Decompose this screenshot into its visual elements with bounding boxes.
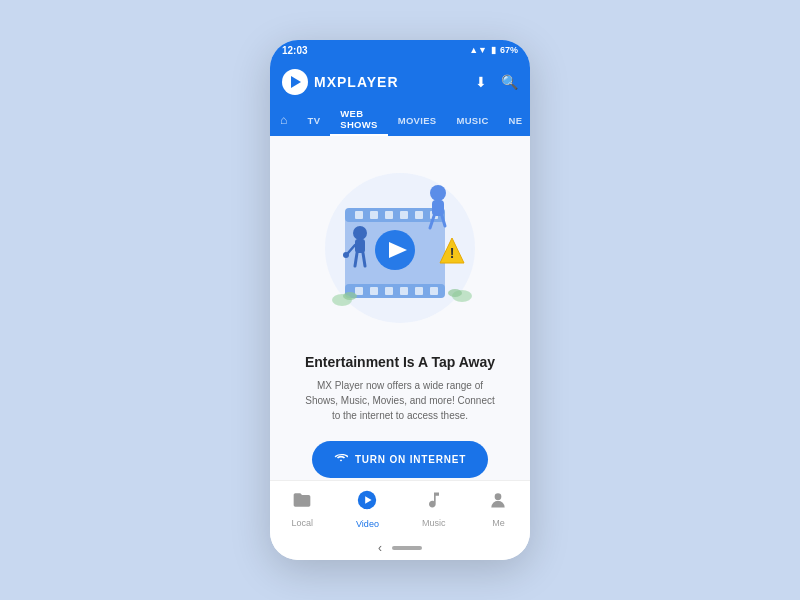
main-content: ! (270, 136, 530, 480)
main-description: MX Player now offers a wide range of Sho… (300, 378, 500, 423)
svg-point-31 (343, 292, 357, 300)
bottom-nav-music[interactable]: Music (422, 490, 446, 528)
bottom-nav: Local Video Music (270, 480, 530, 536)
tab-news[interactable]: NE (499, 104, 530, 136)
svg-text:!: ! (450, 245, 455, 261)
svg-rect-15 (430, 287, 438, 295)
wifi-button-icon (334, 451, 348, 468)
music-label: Music (422, 518, 446, 528)
turn-on-internet-button[interactable]: TURN ON INTERNET (312, 441, 488, 478)
local-label: Local (292, 518, 314, 528)
svg-point-24 (353, 226, 367, 240)
svg-rect-21 (432, 200, 444, 216)
search-button[interactable]: 🔍 (501, 74, 518, 90)
user-icon (488, 490, 508, 515)
bottom-nav-local[interactable]: Local (292, 490, 314, 528)
wifi-signal-icon: ▲▼ (469, 45, 487, 55)
svg-rect-3 (355, 211, 363, 219)
svg-line-27 (363, 253, 365, 266)
svg-rect-10 (355, 287, 363, 295)
svg-rect-25 (355, 239, 365, 253)
phone-frame: 12:03 ▲▼ ▮ 67% MXPLAYER ⬇ 🔍 ⌂ TV WEB SHO… (270, 40, 530, 560)
svg-rect-11 (370, 287, 378, 295)
tab-movies[interactable]: MOVIES (388, 104, 447, 136)
play-triangle-icon (291, 76, 301, 88)
logo-area: MXPLAYER (282, 69, 399, 95)
illustration-area: ! (300, 138, 500, 338)
app-header: MXPLAYER ⬇ 🔍 (270, 60, 530, 104)
battery-percent: 67% (500, 45, 518, 55)
svg-point-36 (495, 493, 502, 500)
music-icon (424, 490, 444, 515)
app-logo (282, 69, 308, 95)
bottom-nav-video[interactable]: Video (356, 489, 379, 529)
tab-tv[interactable]: TV (298, 104, 331, 136)
tab-home[interactable]: ⌂ (270, 104, 298, 136)
header-icons: ⬇ 🔍 (475, 74, 518, 90)
svg-rect-12 (385, 287, 393, 295)
system-bar: ‹ (270, 536, 530, 560)
svg-point-20 (430, 185, 446, 201)
home-pill[interactable] (392, 546, 422, 550)
svg-line-26 (355, 253, 357, 266)
tab-web-shows[interactable]: WEB SHOWS (330, 104, 387, 136)
bottom-nav-me[interactable]: Me (488, 490, 508, 528)
status-icons: ▲▼ ▮ 67% (469, 45, 518, 55)
svg-rect-5 (385, 211, 393, 219)
app-name: MXPLAYER (314, 74, 399, 90)
nav-tabs: ⌂ TV WEB SHOWS MOVIES MUSIC NE (270, 104, 530, 136)
turn-on-button-label: TURN ON INTERNET (355, 454, 466, 465)
back-button[interactable]: ‹ (378, 541, 382, 555)
video-label: Video (356, 519, 379, 529)
battery-icon: ▮ (491, 45, 496, 55)
illustration-svg: ! (300, 138, 500, 338)
video-play-icon (356, 489, 378, 516)
svg-rect-14 (415, 287, 423, 295)
tab-music[interactable]: MUSIC (446, 104, 498, 136)
svg-rect-13 (400, 287, 408, 295)
svg-point-29 (343, 252, 349, 258)
svg-rect-4 (370, 211, 378, 219)
main-title: Entertainment Is A Tap Away (305, 354, 495, 370)
svg-rect-6 (400, 211, 408, 219)
svg-point-33 (448, 289, 462, 297)
time-display: 12:03 (282, 45, 308, 56)
folder-icon (292, 490, 312, 515)
me-label: Me (492, 518, 505, 528)
svg-rect-7 (415, 211, 423, 219)
status-bar: 12:03 ▲▼ ▮ 67% (270, 40, 530, 60)
download-button[interactable]: ⬇ (475, 74, 487, 90)
